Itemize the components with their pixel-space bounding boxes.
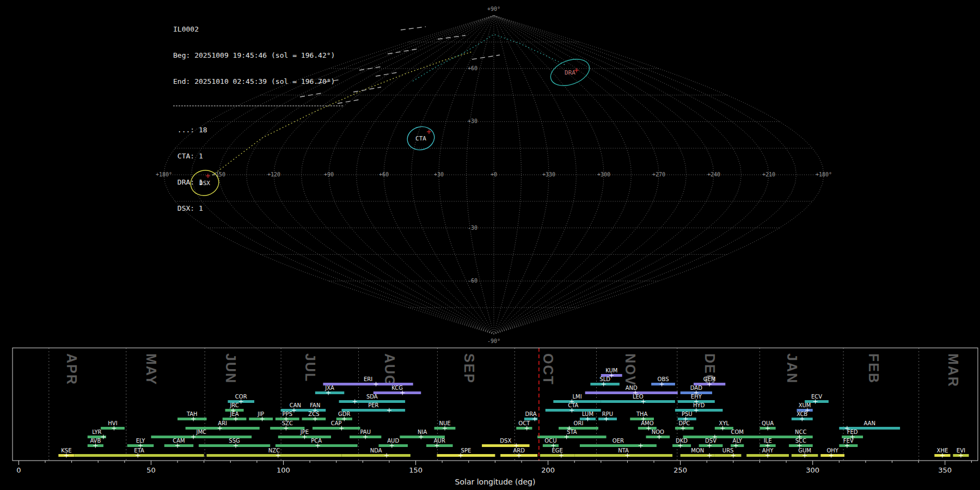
shower-label: NOO: [652, 429, 664, 435]
shower-label: NDA: [370, 448, 382, 454]
shower-label: JRC: [229, 402, 238, 408]
station-id: IL0002: [173, 25, 343, 34]
month-label: JAN: [785, 353, 800, 384]
count-line-cta: CTA: 1: [173, 152, 343, 161]
shower-label: PSU: [682, 411, 693, 417]
shower-GDR: GDR: [336, 411, 352, 421]
shower-label: CAP: [331, 420, 342, 426]
shower-label: XHE: [937, 448, 948, 454]
shower-label: AAN: [863, 420, 875, 426]
shower-label: EGE: [552, 448, 562, 454]
shower-URS: URS: [715, 448, 742, 458]
shower-THA: THA: [630, 411, 654, 421]
lon-label: +180°: [156, 171, 172, 177]
shower-bar: [207, 454, 342, 457]
shower-label: SCC: [795, 438, 806, 444]
shower-SZC: SZC: [270, 420, 304, 431]
shower-label: XYL: [719, 420, 730, 426]
shower-RPU: RPU: [598, 411, 617, 421]
shower-bar: [426, 444, 453, 447]
shower-label: CAN: [290, 402, 301, 408]
shower-bar: [341, 454, 410, 457]
shower-label: PCA: [311, 438, 322, 444]
month-label: AUG: [382, 353, 397, 387]
radiant-label: CTA: [415, 135, 426, 142]
shower-SCC: SCC: [789, 438, 813, 448]
shower-label: DSX: [500, 438, 511, 444]
shower-AHY: AHY: [746, 448, 789, 458]
shower-label: DRA: [525, 411, 536, 417]
lat-label: -90°: [487, 338, 500, 344]
month-label: JUL: [303, 353, 318, 382]
x-tick-label: 200: [541, 466, 555, 474]
shower-OCU: OCU: [543, 438, 559, 448]
shower-ORI: ORI: [559, 420, 598, 431]
shower-label: MON: [691, 448, 704, 454]
shower-LEO: LEO: [601, 394, 675, 404]
meteor-trail: [353, 87, 381, 92]
month-label: SEP: [462, 353, 477, 384]
shower-label: COR: [235, 394, 247, 400]
shower-bar: [574, 454, 672, 457]
shower-QUA: QUA: [759, 420, 775, 431]
shower-label: EHY: [691, 394, 702, 400]
month-label: MAY: [144, 353, 159, 385]
shower-bar: [373, 391, 421, 394]
shower-ZCS: ZCS: [302, 411, 326, 421]
shower-ILE: ILE: [759, 438, 775, 448]
shower-label: LMI: [572, 394, 581, 400]
shower-DPC: DPC: [675, 420, 694, 431]
shower-CAP: CAP: [313, 420, 360, 431]
meteor-radiant-map-screen: +90°+60+30-30-60-90°+180°+150+120+90+60+…: [0, 0, 980, 490]
shower-label: ARI: [218, 420, 227, 426]
shower-PCA: PCA: [275, 438, 358, 448]
shower-label: OER: [612, 438, 624, 444]
shower-NOO: NOO: [646, 429, 670, 439]
shower-bar: [313, 427, 360, 430]
shower-bar: [585, 391, 678, 394]
begin-time-line: Beg: 20251009 19:45:46 (sol = 196.42°): [173, 51, 343, 60]
shower-label: JPE: [300, 429, 309, 435]
shower-bar: [540, 454, 574, 457]
shower-GUM: GUM: [792, 448, 818, 458]
grid-meridian: [412, 15, 494, 334]
shower-label: ETA: [134, 448, 144, 454]
shower-NZC: NZC: [207, 448, 342, 458]
shower-AUD: AUD: [378, 438, 407, 448]
shower-PAU: PAU: [350, 429, 381, 439]
end-time-line: End: 20251010 02:45:39 (sol = 196.70°): [173, 77, 343, 86]
shower-AND: AND: [585, 385, 678, 395]
shower-label: RPU: [602, 411, 613, 417]
shower-label: XCB: [797, 411, 807, 417]
shower-label: NIA: [418, 429, 427, 435]
shower-label: URS: [722, 448, 734, 454]
shower-label: XUM: [799, 402, 811, 408]
month-label: MAR: [946, 353, 961, 388]
shower-label: PPS: [283, 411, 292, 417]
meteor-trail: [388, 49, 418, 54]
shower-label: KSE: [61, 448, 71, 454]
shower-label: JMC: [196, 429, 207, 435]
shower-JIP: JIP: [249, 411, 273, 421]
radiant-CTA: CTA: [405, 124, 437, 153]
lon-label: +0: [491, 171, 497, 177]
shower-label: LYR: [92, 429, 101, 435]
meteor-trail: [438, 35, 465, 39]
shower-label: DSV: [705, 438, 716, 444]
lon-label: +270: [652, 171, 665, 177]
shower-label: AUR: [434, 438, 445, 444]
shower-DRA: DRA: [524, 411, 537, 421]
lon-label: +30: [434, 171, 444, 177]
shower-SLD: SLD: [590, 376, 619, 387]
shower-label: NUE: [439, 420, 450, 426]
lon-label: +180°: [816, 171, 832, 177]
month-label: FEB: [866, 353, 881, 384]
shower-label: QUA: [762, 420, 774, 426]
shower-TAH: TAH: [177, 411, 206, 421]
shower-label: OCU: [544, 438, 556, 444]
count-line-sporadic: ...: 18: [173, 126, 343, 134]
shower-label: AVB: [90, 438, 101, 444]
shower-label: SZC: [282, 420, 293, 426]
shower-label: NCC: [795, 429, 806, 435]
shower-label: HVI: [108, 420, 117, 426]
